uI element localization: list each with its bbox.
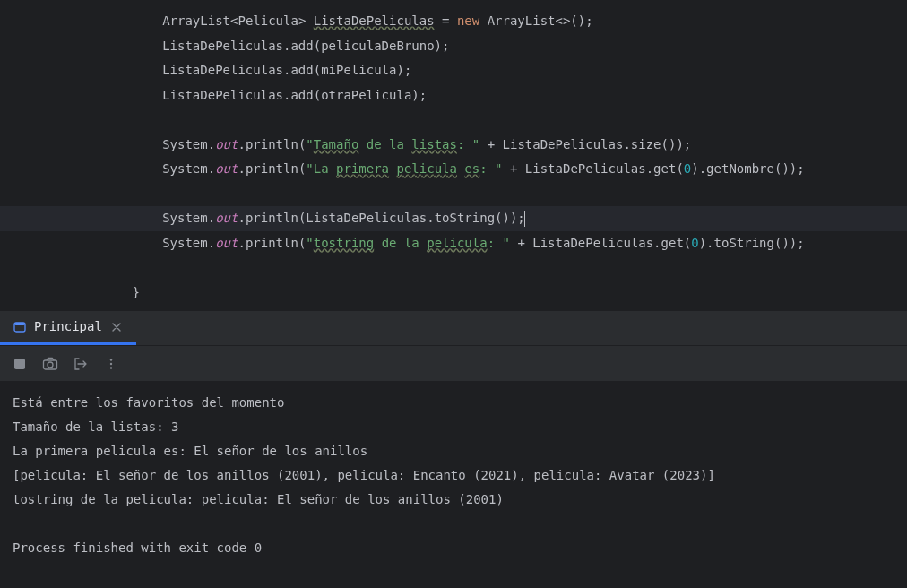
camera-icon[interactable] [41, 355, 59, 373]
svg-rect-1 [14, 323, 25, 325]
code-line[interactable]: System.out.println("tostring de la pelic… [0, 231, 907, 256]
console-toolbar [0, 346, 907, 382]
code-line[interactable]: System.out.println("La primera pelicula … [0, 157, 907, 182]
console-line [13, 512, 894, 536]
run-configuration-icon [13, 320, 27, 334]
code-line[interactable] [0, 255, 907, 281]
svg-point-6 [110, 362, 112, 364]
console-line: Está entre los favoritos del momento [13, 391, 894, 415]
code-editor[interactable]: ArrayList<Pelicula> ListaDePeliculas = n… [0, 0, 907, 310]
console-output[interactable]: Está entre los favoritos del momentoTama… [0, 382, 907, 569]
code-line[interactable]: System.out.println("Tamaño de la listas:… [0, 133, 907, 158]
code-line[interactable]: ListaDePeliculas.add(peliculaDeBruno); [0, 34, 907, 59]
svg-point-7 [110, 367, 112, 368]
code-line[interactable] [0, 108, 907, 133]
console-line: tostring de la pelicula: pelicula: El se… [13, 488, 894, 512]
run-tab-bar: Principal [0, 310, 907, 346]
run-tab-label: Principal [34, 316, 102, 338]
console-line: Process finished with exit code 0 [13, 536, 894, 560]
svg-point-4 [48, 362, 53, 368]
svg-rect-2 [14, 359, 25, 369]
console-line: La primera pelicula es: El señor de los … [13, 439, 894, 463]
run-tab-principal[interactable]: Principal [0, 311, 136, 345]
svg-point-5 [110, 359, 112, 360]
exit-icon[interactable] [72, 355, 90, 373]
code-line[interactable]: ArrayList<Pelicula> ListaDePeliculas = n… [0, 9, 907, 34]
code-line[interactable] [0, 182, 907, 207]
close-tab-button[interactable] [109, 320, 124, 334]
console-line: [pelicula: El señor de los anillos (2001… [13, 463, 894, 488]
code-line[interactable]: System.out.println(ListaDePeliculas.toSt… [0, 206, 907, 231]
code-line[interactable]: ListaDePeliculas.add(miPelicula); [0, 58, 907, 83]
stop-icon[interactable] [11, 355, 29, 373]
more-icon[interactable] [102, 355, 120, 373]
code-line[interactable]: ListaDePeliculas.add(otraPelicula); [0, 83, 907, 108]
text-caret [524, 211, 525, 227]
console-line: Tamaño de la listas: 3 [13, 415, 894, 439]
code-line[interactable]: } [0, 281, 907, 306]
